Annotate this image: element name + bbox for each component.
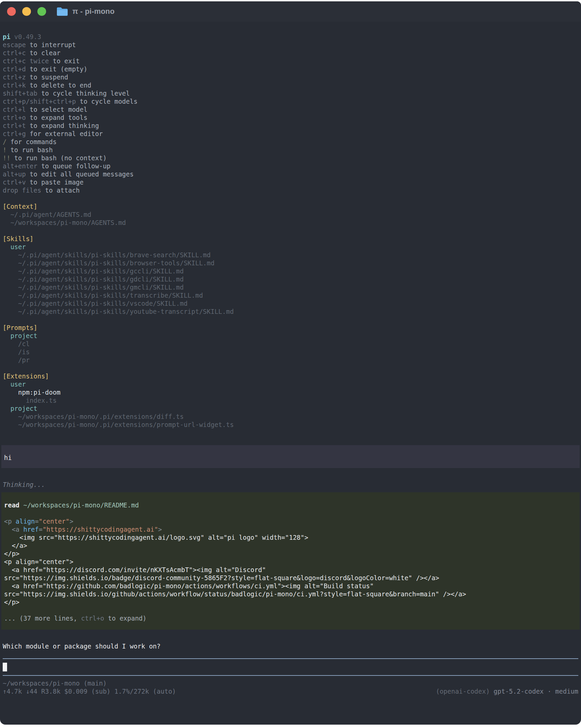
terminal-line: ~/workspaces/pi-mono/AGENTS.md bbox=[3, 218, 578, 227]
terminal-line: [Extensions] bbox=[3, 372, 578, 380]
terminal-line: ~/.pi/agent/skills/pi-skills/brave-searc… bbox=[3, 251, 578, 259]
window-title: π - pi-mono bbox=[72, 7, 114, 16]
terminal-line: ctrl+p/shift+ctrl+p to cycle models bbox=[3, 97, 578, 105]
terminal-line: project bbox=[3, 405, 578, 413]
terminal-line bbox=[3, 364, 578, 372]
close-button[interactable] bbox=[7, 7, 16, 16]
terminal-line: project bbox=[3, 332, 578, 340]
terminal-line: /is bbox=[3, 348, 578, 356]
zoom-button[interactable] bbox=[37, 7, 46, 16]
title-bar: π - pi-mono bbox=[0, 1, 581, 22]
terminal-line: npm:pi-doom bbox=[3, 388, 578, 396]
terminal-line: alt+enter to queue follow-up bbox=[3, 162, 578, 170]
terminal-line: <img src="https://shittycodingagent.ai/l… bbox=[4, 534, 577, 542]
terminal-line: ~/workspaces/pi-mono/.pi/extensions/diff… bbox=[3, 413, 578, 421]
terminal-line: alt+up to edit all queued messages bbox=[3, 170, 578, 178]
terminal-line: read ~/workspaces/pi-mono/README.md bbox=[4, 501, 577, 509]
terminal-line: ... (37 more lines, ctrl+o to expand) bbox=[4, 614, 577, 622]
status-token-stats: ↑4.7k ↓44 R3.8k $0.009 (sub) 1.7%/272k (… bbox=[3, 687, 176, 695]
terminal-line: escape to interrupt bbox=[3, 41, 578, 49]
terminal-line: /pr bbox=[3, 356, 578, 364]
terminal-line: ctrl+c twice to exit bbox=[3, 57, 578, 65]
terminal-content: pi v0.49.3escape to interruptctrl+c to c… bbox=[0, 33, 581, 695]
terminal-line: drop files to attach bbox=[3, 186, 578, 194]
terminal-line: ctrl+k to delete to end bbox=[3, 81, 578, 89]
assistant-message: Which module or package should I work on… bbox=[3, 642, 578, 650]
terminal-line: </p> bbox=[4, 598, 577, 606]
terminal-line: ctrl+z to suspend bbox=[3, 73, 578, 81]
status-model-name bbox=[490, 687, 494, 695]
terminal-line: user bbox=[3, 380, 578, 388]
terminal-line: ! to run bash bbox=[3, 146, 578, 154]
status-bar: ~/workspaces/pi-mono (main) ↑4.7k ↓44 R3… bbox=[3, 679, 578, 695]
terminal-line: src="https://img.shields.io/github/actio… bbox=[4, 590, 577, 598]
terminal-line: ~/.pi/agent/skills/pi-skills/youtube-tra… bbox=[3, 307, 578, 315]
terminal-line: <p align="center"> bbox=[4, 517, 577, 525]
terminal-line: <a href="https://shittycodingagent.ai"> bbox=[4, 525, 577, 534]
status-model-label: gpt-5.2-codex · medium bbox=[494, 687, 578, 695]
terminal-line: ~/.pi/agent/skills/pi-skills/gdcli/SKILL… bbox=[3, 275, 578, 283]
terminal-line: / for commands bbox=[3, 138, 578, 146]
text-cursor bbox=[3, 663, 7, 671]
terminal-line: </a> bbox=[4, 542, 577, 549]
terminal-line: ctrl+t to expand thinking bbox=[3, 122, 578, 130]
terminal-line: <a href="https://discord.com/invite/nKXT… bbox=[4, 566, 577, 574]
user-message-text: hi bbox=[4, 453, 577, 462]
terminal-line: </p> bbox=[4, 549, 577, 557]
terminal-line bbox=[3, 315, 578, 323]
terminal-line: [Context] bbox=[3, 202, 578, 210]
terminal-line: ctrl+c to clear bbox=[3, 49, 578, 57]
terminal-line: pi v0.49.3 bbox=[3, 33, 578, 41]
terminal-line: <a href="https://github.com/badlogic/pi-… bbox=[4, 582, 577, 590]
terminal-line: <p align="center"> bbox=[4, 557, 577, 566]
terminal-line: ctrl+v to paste image bbox=[3, 178, 578, 186]
terminal-line: ctrl+l to select model bbox=[3, 105, 578, 113]
terminal-line bbox=[3, 194, 578, 202]
terminal-line: ~/.pi/agent/skills/pi-skills/vscode/SKIL… bbox=[3, 300, 578, 307]
terminal-line: /cl bbox=[3, 340, 578, 348]
terminal-line: user bbox=[3, 243, 578, 251]
terminal-line bbox=[3, 227, 578, 235]
terminal-line: ~/.pi/agent/skills/pi-skills/gmcli/SKILL… bbox=[3, 283, 578, 291]
prompt-input[interactable] bbox=[3, 658, 578, 676]
thinking-indicator: Thinking... bbox=[3, 480, 578, 489]
terminal-line bbox=[4, 606, 577, 614]
terminal-line: ctrl+o to expand tools bbox=[3, 113, 578, 122]
status-cwd: ~/workspaces/pi-mono (main) bbox=[3, 679, 578, 687]
folder-icon bbox=[56, 6, 68, 17]
terminal-line: index.ts bbox=[3, 396, 578, 405]
minimize-button[interactable] bbox=[22, 7, 31, 16]
user-message: hi bbox=[1, 445, 580, 468]
startup-info: pi v0.49.3escape to interruptctrl+c to c… bbox=[3, 33, 578, 428]
terminal-line: !! to run bash (no context) bbox=[3, 154, 578, 162]
terminal-line: ~/workspaces/pi-mono/.pi/extensions/prom… bbox=[3, 421, 578, 428]
terminal-line: ~/.pi/agent/skills/pi-skills/browser-too… bbox=[3, 259, 578, 267]
terminal-line: ctrl+g for external editor bbox=[3, 130, 578, 138]
terminal-line: ~/.pi/agent/skills/pi-skills/transcribe/… bbox=[3, 291, 578, 300]
terminal-line bbox=[4, 509, 577, 517]
status-model: (openai-codex) gpt-5.2-codex · medium bbox=[436, 687, 578, 695]
terminal-line: ~/.pi/agent/AGENTS.md bbox=[3, 210, 578, 218]
terminal-line: ctrl+d to exit (empty) bbox=[3, 65, 578, 73]
terminal-line: [Prompts] bbox=[3, 323, 578, 332]
terminal-line: shift+tab to cycle thinking level bbox=[3, 89, 578, 97]
read-tool-call: read ~/workspaces/pi-mono/README.md <p a… bbox=[1, 492, 580, 630]
terminal-line: ~/.pi/agent/skills/pi-skills/gccli/SKILL… bbox=[3, 267, 578, 275]
terminal-line: [Skills] bbox=[3, 235, 578, 243]
terminal-line: src="https://img.shields.io/badge/discor… bbox=[4, 574, 577, 582]
terminal-window: π - pi-mono pi v0.49.3escape to interrup… bbox=[0, 1, 581, 725]
status-provider: (openai-codex) bbox=[436, 687, 490, 695]
